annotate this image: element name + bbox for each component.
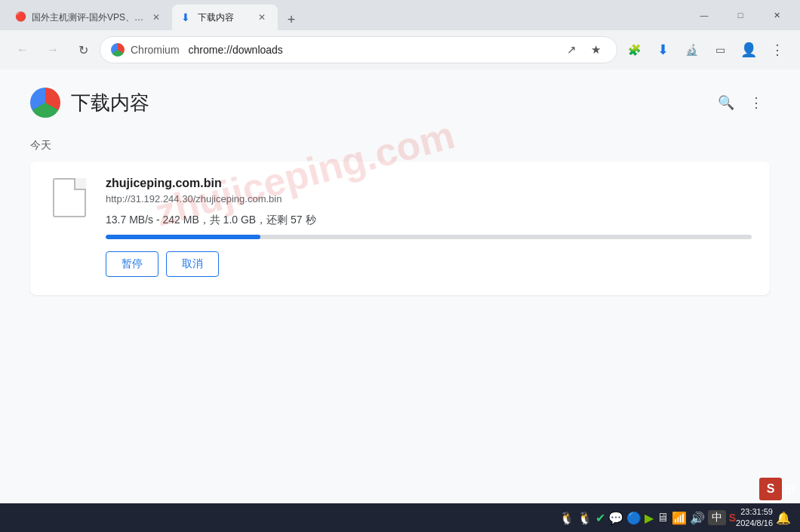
- progress-bar: [106, 235, 752, 239]
- toolbar-right: 🧩 ⬇ 🔬 ▭ 👤 ⋮: [620, 36, 791, 63]
- taskbar: 🐧 🐧 ✔ 💬 🔵 ▶ 🖥 📶 🔊 中 S 23:31:59 2024/8/16…: [0, 503, 800, 532]
- page-header-left: 下载内容: [30, 88, 149, 118]
- close-button[interactable]: ✕: [759, 3, 794, 27]
- tab2-close-button[interactable]: ✕: [255, 11, 269, 24]
- page-title: 下载内容: [71, 90, 149, 116]
- new-tab-button[interactable]: +: [281, 9, 302, 30]
- share-icon[interactable]: ↗: [561, 39, 582, 60]
- page-content: 下载内容 🔍 ⋮ 今天 zhujiceping.com.bin http://3…: [0, 69, 800, 503]
- tray-check-icon[interactable]: ✔: [595, 511, 605, 525]
- page-header: 下载内容 🔍 ⋮: [30, 88, 770, 118]
- menu-icon[interactable]: ⋮: [764, 36, 791, 63]
- download-card: zhujiceping.com.bin http://31.192.244.30…: [30, 161, 770, 295]
- navbar: ← → ↻ Chromium chrome://downloads ↗ ★ 🧩 …: [0, 30, 800, 69]
- page-header-right: 🔍 ⋮: [712, 89, 770, 116]
- tray-wifi-icon[interactable]: 📶: [672, 511, 687, 525]
- download-actions: 暂停 取消: [106, 251, 752, 277]
- minimize-button[interactable]: —: [687, 3, 722, 27]
- systray-icons: 🐧 🐧 ✔ 💬 🔵 ▶ 🖥 📶 🔊 中 S: [559, 510, 736, 525]
- maximize-button[interactable]: □: [723, 3, 758, 27]
- download-filename: zhujiceping.com.bin: [106, 177, 752, 190]
- browser-brand-label: Chromium: [131, 44, 180, 56]
- pause-button[interactable]: 暂停: [106, 251, 158, 277]
- file-icon-wrap: [48, 177, 91, 219]
- window-controls: — □ ✕: [687, 3, 794, 27]
- notification-button[interactable]: 🔔: [773, 507, 794, 528]
- tab1-close-button[interactable]: ✕: [149, 11, 163, 24]
- file-icon: [53, 178, 86, 217]
- split-view-icon[interactable]: ▭: [706, 36, 734, 63]
- account-icon[interactable]: 👤: [735, 36, 762, 63]
- tab-group: 🔴 国外主机测评-国外VPS、目... ✕ ⬇ 下载内容 ✕ +: [6, 0, 681, 30]
- wps-corner: S ⊞: [759, 478, 795, 500]
- clock: 23:31:59 2024/8/16: [736, 506, 773, 530]
- download-progress-icon[interactable]: ⬇: [649, 36, 676, 63]
- download-url: http://31.192.244.30/zhujiceping.com.bin: [106, 193, 752, 204]
- clock-date: 2024/8/16: [736, 518, 773, 529]
- site-security-icon: [111, 43, 125, 57]
- wps-extra-icon[interactable]: ⊞: [784, 481, 795, 497]
- tray-penguin2-icon[interactable]: 🐧: [577, 511, 592, 525]
- download-status: 13.7 MB/s - 242 MB，共 1.0 GB，还剩 57 秒: [106, 214, 752, 227]
- titlebar: 🔴 国外主机测评-国外VPS、目... ✕ ⬇ 下载内容 ✕ + — □ ✕: [0, 0, 800, 30]
- wps-s-icon[interactable]: S: [759, 478, 782, 500]
- url-text: chrome://downloads: [189, 44, 555, 56]
- tray-bluetooth-icon[interactable]: 🔵: [626, 511, 642, 525]
- tab2-favicon: ⬇: [181, 11, 193, 23]
- cancel-button[interactable]: 取消: [166, 251, 219, 277]
- header-more-button[interactable]: ⋮: [743, 89, 770, 116]
- back-button[interactable]: ←: [9, 36, 36, 63]
- tray-nvidia-icon[interactable]: ▶: [645, 511, 654, 525]
- address-bar[interactable]: Chromium chrome://downloads ↗ ★: [100, 36, 617, 63]
- section-label: 今天: [30, 139, 770, 152]
- reload-button[interactable]: ↻: [69, 36, 97, 63]
- header-search-button[interactable]: 🔍: [712, 89, 740, 116]
- tab2-title: 下载内容: [198, 11, 251, 24]
- tab-2[interactable]: ⬇ 下载内容 ✕: [172, 5, 278, 30]
- tray-penguin1-icon[interactable]: 🐧: [559, 511, 574, 525]
- download-info: zhujiceping.com.bin http://31.192.244.30…: [106, 177, 752, 277]
- ime-indicator[interactable]: 中: [708, 510, 726, 525]
- tray-display-icon[interactable]: 🖥: [657, 511, 669, 524]
- page-logo: [30, 88, 60, 118]
- extensions-icon[interactable]: 🧩: [620, 36, 648, 63]
- tab1-favicon: 🔴: [15, 11, 27, 23]
- tab-1[interactable]: 🔴 国外主机测评-国外VPS、目... ✕: [6, 5, 172, 30]
- tray-wechat-icon[interactable]: 💬: [608, 511, 623, 525]
- bookmark-icon[interactable]: ★: [585, 39, 606, 60]
- tray-wps-red-icon[interactable]: S: [729, 512, 736, 524]
- forward-button[interactable]: →: [39, 36, 66, 63]
- progress-bar-fill: [106, 235, 260, 239]
- tab1-title: 国外主机测评-国外VPS、目...: [32, 11, 145, 24]
- clock-time: 23:31:59: [736, 506, 773, 518]
- address-bar-icons: ↗ ★: [561, 39, 606, 60]
- tray-volume-icon[interactable]: 🔊: [690, 511, 705, 525]
- search-labs-icon[interactable]: 🔬: [678, 36, 705, 63]
